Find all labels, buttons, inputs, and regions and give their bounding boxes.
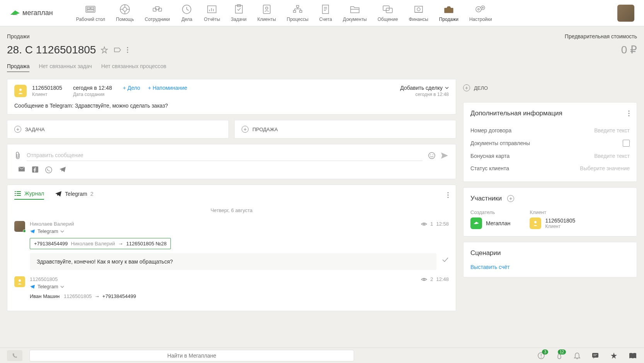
more-icon[interactable]	[127, 46, 128, 53]
emoji-icon[interactable]	[428, 152, 436, 159]
client-id[interactable]: 1126501805	[32, 85, 62, 91]
info-title: Дополнительная информация	[470, 110, 562, 117]
field-label: Бонусная карта	[470, 153, 509, 159]
mail-icon[interactable]	[18, 166, 25, 172]
add-reminder-link[interactable]: + Напоминание	[148, 85, 187, 97]
participants-title: Участники	[470, 195, 502, 202]
svg-point-62	[448, 195, 449, 196]
nav-desktop[interactable]: Рабочий стол	[76, 4, 105, 22]
telegram-icon	[55, 191, 62, 197]
svg-rect-2	[91, 7, 94, 9]
logo[interactable]: мегаплан	[10, 9, 53, 17]
breadcrumb[interactable]: Продажи	[7, 33, 29, 39]
svg-point-45	[127, 47, 128, 48]
feed-tab-telegram[interactable]: Telegram 2	[55, 191, 93, 199]
whatsapp-icon[interactable]	[45, 166, 52, 173]
nav-documents[interactable]: Документы	[343, 4, 367, 22]
client-label: Клиент	[530, 209, 575, 215]
svg-rect-25	[293, 10, 296, 12]
logo-icon	[10, 9, 20, 17]
tab-tasks[interactable]: Нет связанных задач	[39, 63, 92, 72]
entry-channel[interactable]: Telegram	[30, 284, 449, 289]
nav-settings[interactable]: Настройки	[469, 4, 492, 22]
attachment-icon[interactable]	[14, 152, 21, 159]
created-label: Дата создания	[73, 92, 112, 97]
participants-panel: Участники + Создатель Мегаплан Клиент	[463, 187, 637, 236]
svg-point-67	[629, 111, 630, 112]
send-icon[interactable]	[440, 152, 449, 159]
page-title: 28. С 1126501805	[7, 44, 96, 56]
client-role: Клиент	[32, 92, 62, 97]
message-bubble: Здравствуйте, конечно! Как я могу к вам …	[30, 253, 436, 270]
nav-tasks[interactable]: Задачи	[231, 4, 246, 22]
issue-invoice-link[interactable]: Выставить счёт	[470, 264, 510, 270]
nav-sales[interactable]: Продажи	[439, 4, 458, 22]
facebook-icon[interactable]	[32, 166, 38, 173]
telegram-icon[interactable]	[59, 166, 66, 173]
svg-rect-16	[208, 6, 216, 13]
chevron-down-icon	[60, 230, 64, 233]
top-header: мегаплан Рабочий стол Помощь Сотрудники …	[0, 0, 644, 26]
add-sale-button[interactable]: +ПРОДАЖА	[234, 120, 456, 139]
creator-item[interactable]: Мегаплан	[470, 217, 510, 229]
nav-help[interactable]: Помощь	[116, 4, 134, 22]
deal-time: сегодня в 12:48	[416, 92, 449, 97]
more-icon[interactable]	[628, 110, 630, 117]
plus-icon: +	[463, 84, 470, 91]
nav-reports[interactable]: Отчёты	[204, 4, 220, 22]
nav-affairs[interactable]: Дела	[181, 4, 193, 22]
feed-entry: 1126501805 2 12:48 Telegram	[14, 276, 449, 299]
nav-invoices[interactable]: Счета	[319, 4, 332, 22]
nav-finance[interactable]: Финансы	[409, 4, 428, 22]
add-task-button[interactable]: +ЗАДАЧА	[7, 120, 229, 139]
nav-employees[interactable]: Сотрудники	[145, 4, 170, 22]
svg-point-49	[429, 152, 435, 159]
entry-author[interactable]: Николаев Валерий	[30, 221, 74, 227]
add-delo-button[interactable]: +ДЕЛО	[463, 79, 637, 97]
entry-avatar[interactable]	[14, 221, 25, 232]
svg-point-39	[417, 8, 420, 11]
entry-author[interactable]: 1126501805	[30, 276, 58, 282]
svg-point-23	[266, 7, 268, 9]
feed-card: Журнал Telegram 2 Четверг, 6 августа Ник…	[7, 185, 456, 311]
svg-point-54	[46, 167, 52, 173]
scenarios-title: Сценарии	[470, 249, 501, 257]
nav-chat[interactable]: Общение	[378, 4, 398, 22]
nav-processes[interactable]: Процессы	[287, 4, 308, 22]
add-participant-button[interactable]: +	[507, 195, 514, 202]
field-select[interactable]: Выберите значение	[580, 165, 630, 171]
tabs: Продажа Нет связанных задач Нет связанны…	[7, 63, 637, 72]
svg-point-46	[127, 49, 128, 50]
client-card: 1126501805 Клиент сегодня в 12:48 Дата с…	[7, 79, 456, 115]
field-input[interactable]: Введите текст	[594, 153, 630, 159]
field-label: Статус клиента	[470, 165, 509, 171]
client-item[interactable]: 1126501805 Клиент	[530, 217, 575, 229]
entry-channel[interactable]: Telegram	[30, 228, 449, 234]
breadcrumb-row: Продажи Предварительная стоимость	[7, 33, 637, 39]
checkbox[interactable]	[623, 140, 630, 147]
svg-point-61	[448, 192, 449, 193]
telegram-icon	[30, 229, 35, 234]
field-input[interactable]: Введите текст	[594, 127, 630, 134]
created-time: сегодня в 12:48	[73, 85, 112, 91]
eye-icon	[421, 277, 427, 282]
add-delo-link[interactable]: + Дело	[123, 85, 140, 97]
star-icon[interactable]	[101, 46, 108, 54]
svg-point-42	[478, 9, 479, 10]
tab-processes[interactable]: Нет связанных процессов	[101, 63, 166, 72]
compose-input[interactable]	[27, 150, 423, 161]
svg-point-44	[482, 7, 484, 9]
field-label: Номер договора	[470, 127, 511, 134]
add-deal-dropdown[interactable]: Добавить сделку сегодня в 12:48	[400, 85, 449, 97]
tag-icon[interactable]	[114, 47, 121, 53]
field-label: Документы отправлены	[470, 140, 530, 146]
svg-point-68	[629, 113, 630, 114]
tab-sale[interactable]: Продажа	[7, 63, 29, 72]
svg-rect-38	[415, 6, 423, 12]
nav-clients[interactable]: Клиенты	[257, 4, 276, 22]
feed-more-icon[interactable]	[447, 192, 449, 199]
feed-tab-journal[interactable]: Журнал	[14, 190, 44, 200]
telegram-icon	[30, 284, 35, 289]
entry-avatar[interactable]	[14, 276, 25, 287]
user-avatar[interactable]	[617, 5, 634, 22]
